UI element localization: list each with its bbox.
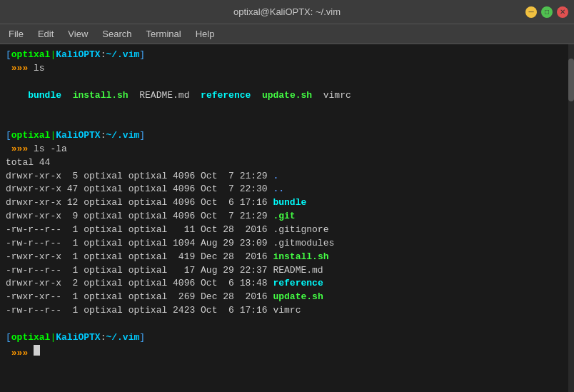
scrollbar-track[interactable] [568, 44, 574, 392]
output-git: drwxr-xr-x 9 optixal optixal 4096 Oct 7 … [6, 210, 568, 223]
cmd-line-1: »»» ls [6, 62, 568, 76]
output-dotdot: drwxr-xr-x 47 optixal optixal 4096 Oct 7… [6, 183, 568, 196]
menu-terminal[interactable]: Terminal [141, 27, 187, 41]
output-bundle: drwxr-xr-x 12 optixal optixal 4096 Oct 6… [6, 196, 568, 210]
output-updatesh: -rwxr-xr-- 1 optixal optixal 269 Dec 28 … [6, 291, 568, 304]
output-reference: drwxr-xr-x 2 optixal optixal 4096 Oct 6 … [6, 277, 568, 291]
menu-file[interactable]: File [3, 27, 29, 41]
output-total: total 44 [6, 156, 568, 170]
menu-search[interactable]: Search [96, 27, 137, 41]
titlebar-controls: ─ □ ✕ [525, 6, 568, 18]
prompt-line-1: [optixal|KaliOPTX:~/.vim] [6, 49, 568, 62]
menu-view[interactable]: View [62, 27, 94, 41]
scrollbar-thumb[interactable] [568, 59, 574, 101]
output-gitignore: -rw-r--r-- 1 optixal optixal 11 Oct 28 2… [6, 223, 568, 237]
prompt-line-3: [optixal|KaliOPTX:~/.vim] [6, 331, 568, 345]
cmd-line-3: »»» [6, 345, 568, 361]
minimize-button[interactable]: ─ [525, 6, 537, 18]
ls-output: bundle install.sh README.md reference up… [6, 76, 568, 116]
titlebar-title: optixal@KaliOPTX: ~/.vim [233, 6, 341, 17]
terminal-body[interactable]: [optixal|KaliOPTX:~/.vim] »»» ls bundle … [0, 44, 574, 392]
titlebar: optixal@KaliOPTX: ~/.vim ─ □ ✕ [0, 0, 574, 24]
maximize-button[interactable]: □ [541, 6, 553, 18]
prompt-line-2: [optixal|KaliOPTX:~/.vim] [6, 129, 568, 143]
output-vimrc: -rw-r--r-- 1 optixal optixal 2423 Oct 6 … [6, 304, 568, 318]
menubar: File Edit View Search Terminal Help [0, 24, 574, 44]
cursor [34, 345, 40, 356]
output-installsh: -rwxr-xr-x 1 optixal optixal 419 Dec 28 … [6, 251, 568, 264]
menu-edit[interactable]: Edit [32, 27, 59, 41]
output-gitmodules: -rw-r--r-- 1 optixal optixal 1094 Aug 29… [6, 237, 568, 251]
output-dot: drwxr-xr-x 5 optixal optixal 4096 Oct 7 … [6, 170, 568, 184]
menu-help[interactable]: Help [190, 27, 221, 41]
cmd-line-2: »»» ls -la [6, 143, 568, 156]
close-button[interactable]: ✕ [557, 6, 568, 18]
output-readme: -rw-r--r-- 1 optixal optixal 17 Aug 29 2… [6, 264, 568, 278]
